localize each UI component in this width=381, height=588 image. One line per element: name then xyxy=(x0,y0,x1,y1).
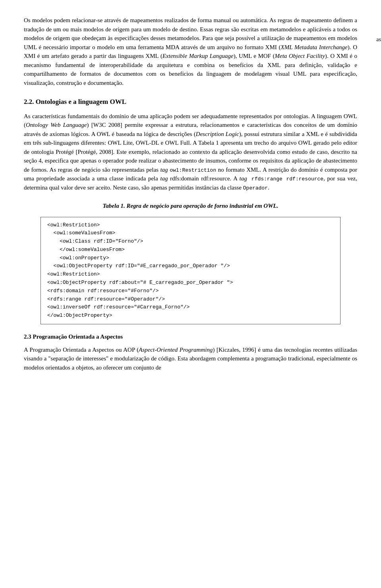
code-block: <owl:Restriction> <owl:someValuesFrom> <… xyxy=(40,217,341,325)
tag2-italic: tag xyxy=(160,175,168,182)
xmi-italic: XML Metadata Interchange xyxy=(281,44,348,50)
mof-italic: Meta Object Facility xyxy=(275,53,325,59)
paragraph-2: As características fundamentais do domín… xyxy=(24,112,357,192)
desc-logic-italic: Description Logic xyxy=(196,131,239,137)
xml-italic: Extensible Markup Language xyxy=(162,53,233,59)
tag3-italic: tag xyxy=(239,175,247,182)
owl-restriction-mono: owl:Restriction xyxy=(170,167,216,173)
owl-italic: Ontology Web Language xyxy=(26,122,87,128)
tag1-italic: tag xyxy=(160,167,168,173)
paragraph-3: A Programação Orientada a Aspectos ou AO… xyxy=(24,345,357,372)
operador-mono: Operador xyxy=(243,185,267,191)
top-right-label: as xyxy=(376,35,381,44)
paragraph-1: Os modelos podem relacionar-se através d… xyxy=(24,16,357,87)
table-caption: Tabela 1. Regra de negócio para operação… xyxy=(24,201,357,211)
aop-italic: Aspect-Oriented Programming xyxy=(139,347,212,353)
section-22-heading: 2.2. Ontologias e a linguagem OWL xyxy=(24,97,357,107)
section-23-heading: 2.3 Programação Orientada a Aspectos xyxy=(24,332,357,341)
rfds-range-mono: rfds:range rdf:resource xyxy=(252,176,323,182)
